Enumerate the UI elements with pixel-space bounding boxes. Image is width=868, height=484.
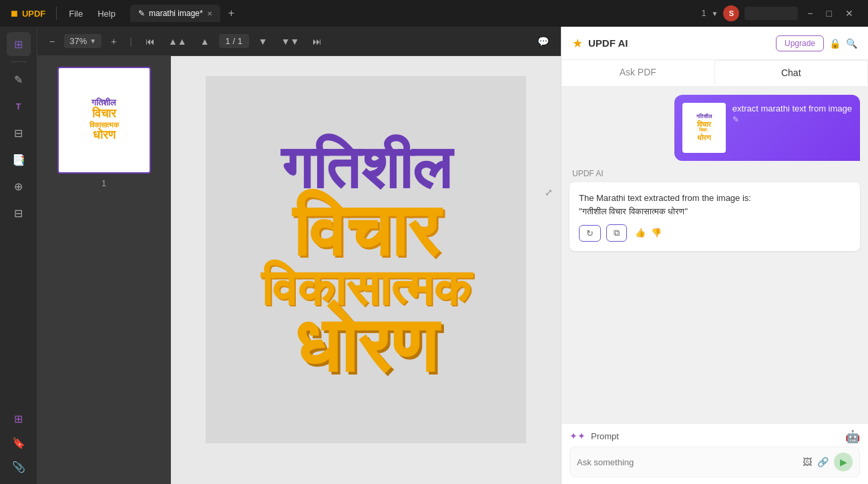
page-separator: / bbox=[232, 36, 237, 46]
titlebar-search[interactable] bbox=[744, 7, 798, 20]
toolbar-layout-icon[interactable]: ⊟ bbox=[7, 121, 31, 145]
prompt-sparkle-icon: ✦✦ bbox=[570, 431, 586, 441]
marathi-line1: गतिशील bbox=[281, 138, 451, 198]
ai-response-text-2: "गतीशील विचार विकासात्मक धोरण" bbox=[579, 205, 851, 218]
image-upload-icon[interactable]: 🖼 bbox=[803, 457, 812, 467]
tab-ask-pdf[interactable]: Ask PDF bbox=[562, 60, 714, 86]
ai-input-area-wrapper: ✦✦ Prompt ▼ 🖼 🔗 ▶ 🤖 bbox=[562, 423, 868, 484]
regenerate-btn[interactable]: ↻ bbox=[579, 225, 601, 242]
total-pages: 1 bbox=[238, 36, 242, 46]
attachment-icon[interactable]: 🔗 bbox=[817, 457, 829, 467]
page-last-btn[interactable]: ⏭ bbox=[308, 33, 326, 49]
ai-header-icons: 🔒 🔍 bbox=[829, 38, 857, 49]
toolbar-layers-icon[interactable]: ⊞ bbox=[7, 407, 31, 431]
toolbar-bookmark-icon[interactable]: 🔖 bbox=[7, 431, 31, 455]
upgrade-button[interactable]: Upgrade bbox=[776, 35, 824, 51]
new-tab-btn[interactable]: + bbox=[224, 7, 238, 19]
page-next-btn[interactable]: ▼ bbox=[254, 33, 272, 49]
version-label: 1 bbox=[702, 9, 706, 18]
pdf-canvas[interactable]: गतिशील विचार विकासात्मक धोरण bbox=[171, 56, 561, 484]
zoom-value: 37% bbox=[69, 36, 87, 46]
titlebar-divider bbox=[56, 7, 57, 20]
ai-response-text-1: The Marathi text extracted from the imag… bbox=[579, 192, 851, 205]
tab-marathi-image[interactable]: ✎ marathi image* ✕ bbox=[130, 5, 220, 22]
divider: | bbox=[126, 33, 136, 49]
user-message-edit-icon[interactable]: ✎ bbox=[732, 115, 852, 124]
left-toolbar: ⊞ ✎ T ⊟ 📑 ⊕ ⊟ ⊞ 🔖 📎 bbox=[0, 27, 37, 484]
page-first-btn[interactable]: ⏮ bbox=[142, 33, 159, 49]
logo-text: UPDF bbox=[22, 9, 45, 19]
ai-input-icons: 🖼 🔗 bbox=[803, 457, 829, 467]
toolbar-grid-icon[interactable]: ⊞ bbox=[7, 32, 31, 56]
ai-chat-input[interactable] bbox=[577, 457, 797, 467]
zoom-out-btn[interactable]: − bbox=[45, 33, 59, 49]
toolbar-copy-icon[interactable]: ⊕ bbox=[7, 174, 31, 198]
ai-response-label: UPDF AI bbox=[572, 169, 860, 178]
tab-chat[interactable]: Chat bbox=[714, 60, 869, 86]
tab-close-btn[interactable]: ✕ bbox=[207, 10, 212, 17]
close-btn[interactable]: ✕ bbox=[841, 7, 857, 20]
ai-logo-icon: ★ bbox=[572, 36, 583, 51]
app-logo: ■ UPDF bbox=[5, 7, 51, 21]
pdf-toolbar: − 37% ▼ + | ⏮ ▲▲ ▲ 1 / 1 ▼ ▼▼ ⏭ 💬 bbox=[37, 27, 561, 56]
toolbar-pages-icon[interactable]: 📑 bbox=[7, 148, 31, 172]
menu-file[interactable]: File bbox=[62, 6, 89, 21]
toolbar-edit-icon[interactable]: ✎ bbox=[7, 67, 31, 91]
page-prev-skip-btn[interactable]: ▲▲ bbox=[164, 33, 191, 49]
comment-icon[interactable]: 💬 bbox=[533, 33, 553, 49]
search-icon[interactable]: 🔍 bbox=[846, 38, 857, 49]
marathi-main-text: गतिशील विचार विकासात्मक धोरण bbox=[261, 138, 471, 381]
maximize-btn[interactable]: □ bbox=[823, 7, 836, 20]
thumbnail-item-1[interactable]: गतिशील विचार विकासात्मक धोरण 1 bbox=[57, 67, 151, 188]
thumbnail-marathi-text: गतिशील विचार विकासात्मक धोरण bbox=[59, 68, 150, 172]
page-prev-btn[interactable]: ▲ bbox=[196, 33, 214, 49]
page-next-skip-btn[interactable]: ▼▼ bbox=[277, 33, 304, 49]
like-icon[interactable]: 👍 bbox=[635, 226, 646, 240]
titlebar-right: 1 ▼ S − □ ✕ bbox=[702, 5, 863, 21]
ai-panel-title: UPDF AI bbox=[588, 37, 628, 49]
user-avatar[interactable]: S bbox=[723, 5, 739, 21]
tab-icon: ✎ bbox=[138, 9, 145, 18]
marathi-line4: धोरण bbox=[294, 312, 437, 381]
toolbar-sticker-icon[interactable]: ⊟ bbox=[7, 201, 31, 225]
current-page: 1 bbox=[226, 36, 230, 46]
user-message-text: extract marathi text from image bbox=[732, 103, 852, 115]
ai-input-area: ✦✦ Prompt ▼ 🖼 🔗 ▶ bbox=[562, 423, 868, 484]
tab-bar: ✎ marathi image* ✕ + bbox=[130, 5, 699, 22]
ai-panel: ★ UPDF AI Upgrade 🔒 🔍 Ask PDF Chat गतिशी… bbox=[561, 27, 868, 484]
user-message: गतिशील विचार विका. धोरण extract marathi … bbox=[674, 95, 860, 161]
dislike-icon[interactable]: 👎 bbox=[651, 226, 662, 240]
ai-response-bubble: The Marathi text extracted from the imag… bbox=[570, 182, 860, 251]
logo-icon: ■ bbox=[11, 7, 18, 21]
ai-prompt-row: ✦✦ Prompt ▼ bbox=[570, 431, 860, 441]
send-button[interactable]: ▶ bbox=[834, 453, 853, 471]
ai-bottom-robot-icon[interactable]: 🤖 bbox=[845, 429, 860, 444]
tab-label: marathi image* bbox=[149, 9, 203, 18]
pdf-page: गतिशील विचार विकासात्मक धोरण bbox=[206, 76, 526, 443]
ai-chat-area: गतिशील विचार विका. धोरण extract marathi … bbox=[562, 87, 868, 423]
ai-panel-header: ★ UPDF AI Upgrade 🔒 🔍 bbox=[562, 27, 868, 60]
zoom-in-btn[interactable]: + bbox=[107, 33, 120, 49]
copy-icon: ⧉ bbox=[614, 228, 620, 238]
zoom-dropdown-icon[interactable]: ▼ bbox=[89, 37, 96, 45]
toolbar-bottom: ⊞ 🔖 📎 bbox=[7, 407, 31, 479]
menu-help[interactable]: Help bbox=[91, 6, 122, 21]
thumbnail-page-num: 1 bbox=[101, 179, 106, 188]
minimize-btn[interactable]: − bbox=[803, 7, 817, 20]
thumbnail-frame: गतिशील विचार विकासात्मक धोरण bbox=[57, 67, 151, 174]
prompt-label: Prompt bbox=[591, 431, 847, 441]
toolbar-text-icon[interactable]: T bbox=[7, 94, 31, 118]
marathi-line2: विचार bbox=[292, 198, 439, 264]
page-display: 1 / 1 bbox=[219, 34, 249, 48]
titlebar-menu: File Help bbox=[62, 6, 122, 21]
copy-btn[interactable]: ⧉ bbox=[606, 224, 627, 242]
toolbar-attach-icon[interactable]: 📎 bbox=[7, 455, 31, 479]
titlebar: ■ UPDF File Help ✎ marathi image* ✕ + 1 … bbox=[0, 0, 868, 27]
ai-response-actions: ↻ ⧉ 👍 👎 bbox=[579, 224, 851, 242]
lock-icon[interactable]: 🔒 bbox=[829, 38, 841, 49]
version-dropdown-icon[interactable]: ▼ bbox=[711, 10, 718, 17]
toolbar-sep-1 bbox=[11, 61, 27, 62]
pdf-viewer-area: गतिशील विचार विकासात्मक धोरण 1 गतिशील वि… bbox=[37, 56, 561, 484]
ai-response-section: UPDF AI The Marathi text extracted from … bbox=[570, 169, 860, 251]
thumbnail-panel: गतिशील विचार विकासात्मक धोरण 1 bbox=[37, 56, 171, 484]
